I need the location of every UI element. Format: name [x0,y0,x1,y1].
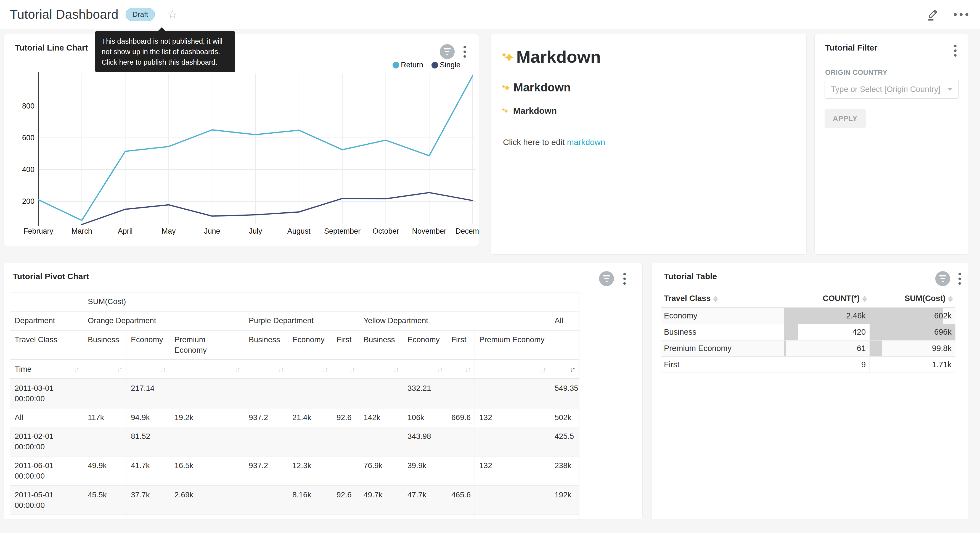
pivot-value-cell: 49.7k [359,485,403,515]
pivot-sort-cell[interactable]: ↓↑ [288,360,332,379]
filter-indicator-icon[interactable] [440,44,455,59]
pivot-value-cell: 132 [475,408,550,427]
apply-button[interactable]: APPLY [824,109,866,128]
pivot-value-cell [359,379,403,409]
pivot-sort-cell[interactable]: ↓↑ [244,360,288,379]
svg-text:400: 400 [22,166,35,174]
pivot-sort-cell[interactable]: ↓↑ [126,360,170,379]
column-header-count-*-[interactable]: COUNT(*) [784,289,870,308]
sort-icon[interactable]: ↓↑ [73,364,79,375]
sort-icon[interactable]: ↓↑ [349,364,355,375]
filter-menu-icon[interactable] [954,45,956,57]
sort-icon[interactable]: ↓↑ [322,364,328,375]
travel-class-value: Economy [664,308,697,324]
pivot-value-cell [475,485,550,515]
chart-menu-icon[interactable] [623,273,626,285]
x-tick-label: December [455,227,479,235]
pivot-class-header: Economy [288,330,332,360]
markdown-body: Click here to edit markdown [503,137,794,147]
sort-icon[interactable]: ↓↑ [234,364,240,375]
legend-dot [393,62,399,69]
chart-legend[interactable]: ReturnSingle [393,61,460,69]
pivot-value-cell: 669.6 [447,408,475,427]
pivot-sort-cell[interactable]: ↓↑ [550,360,579,379]
sort-icon[interactable]: ↓↑ [116,364,122,375]
sort-icon[interactable]: ↓↑ [437,364,442,375]
pivot-value-cell: 238k [550,456,579,485]
sort-icon[interactable]: ↓↑ [465,364,470,375]
table-row: Business420696k [661,324,955,340]
svg-text:600: 600 [22,134,35,142]
pivot-sort-cell[interactable]: ↓↑ [170,360,244,379]
pivot-row: 2011-03-01 00:00:00217.14332.21549.35 [10,379,579,409]
sort-caret-icon[interactable] [948,296,953,302]
sort-caret-icon[interactable] [862,296,867,302]
markdown-edit-link[interactable]: markdown [567,137,605,147]
pivot-value-cell: 937.2 [244,408,288,427]
pivot-value-cell: 142k [359,408,403,427]
pivot-sort-cell[interactable]: ↓↑ [359,360,403,379]
favorite-star-icon[interactable]: ☆ [167,8,178,20]
value-bar [870,308,943,324]
count-value: 9 [861,357,866,373]
sum-value: 99.8k [932,340,951,356]
pivot-class-header: Economy [126,330,170,360]
pivot-value-cell: 21.4k [288,408,332,427]
sort-desc-icon[interactable]: ↓↑ [570,364,575,375]
more-options-icon[interactable] [954,13,969,16]
chart-menu-icon[interactable] [463,46,466,58]
pivot-value-cell [83,427,126,456]
pivot-dimension-header: Department [10,311,83,330]
pivot-class-header: Premium Economy [475,330,550,360]
pivot-corner-cell [10,292,83,311]
value-bar [784,324,799,340]
pivot-value-cell: 45.5k [83,485,126,515]
pivot-row-label: 2011-06-01 00:00:00 [10,456,83,485]
sort-caret-icon[interactable] [713,296,718,302]
pivot-sort-cell[interactable]: ↓↑ [475,360,550,379]
filter-indicator-icon[interactable] [599,271,614,286]
legend-item-single[interactable]: Single [431,61,460,69]
chart-menu-icon[interactable] [958,273,961,285]
pivot-value-cell: 47.7k [403,485,447,515]
pivot-value-cell: 8.16k [288,485,332,515]
legend-item-return[interactable]: Return [393,61,423,69]
pivot-value-cell: 204 [447,515,475,520]
sort-icon[interactable]: ↓↑ [160,364,165,375]
sum-value: 602k [934,308,951,324]
column-header-travel-class[interactable]: Travel Class [661,289,784,308]
pivot-value-cell [170,379,244,409]
sort-icon[interactable]: ↓↑ [540,364,546,375]
pivot-sort-cell[interactable]: ↓↑ [447,360,475,379]
column-header-sum-cost-[interactable]: SUM(Cost) [870,289,955,308]
pivot-value-cell [170,515,244,520]
x-tick-label: August [287,227,311,235]
x-tick-label: November [412,227,446,235]
pivot-value-cell: 41.7k [126,456,170,485]
pivot-time-header[interactable]: Time↓↑ [10,360,83,379]
chevron-down-icon [947,88,952,91]
pivot-value-cell [332,515,359,520]
pivot-row: 2011-02-01 00:00:0081.52343.98425.5 [10,427,579,456]
origin-country-select[interactable]: Type or Select [Origin Country] [824,80,959,99]
edit-pencil-icon[interactable] [926,8,939,22]
legend-label: Return [401,61,423,69]
pivot-sort-cell[interactable]: ↓↑ [83,360,126,379]
pivot-sort-cell[interactable]: ↓↑ [403,360,447,379]
sort-icon[interactable]: ↓↑ [278,364,283,375]
markdown-h2: ✦✦ Markdown [503,81,794,94]
pivot-row: 2011-06-01 00:00:0049.9k41.7k16.5k937.21… [10,456,579,485]
sum-value: 696k [934,324,951,340]
status-badge[interactable]: Draft [126,8,155,21]
pivot-value-cell: 502k [550,408,579,427]
line-chart-panel: Tutorial Line Chart ReturnSingle 2004006… [3,34,479,246]
pivot-class-dim-header: Travel Class [10,330,83,360]
pivot-value-cell: 94.9k [126,408,170,427]
sort-icon[interactable]: ↓↑ [393,364,398,375]
pivot-value-cell: 15.2k [126,515,170,520]
filter-indicator-icon[interactable] [935,271,950,286]
pivot-value-cell: 117k [83,408,126,427]
pivot-value-cell: 17.3k [403,515,447,520]
pivot-sort-cell[interactable]: ↓↑ [332,360,359,379]
x-tick-label: June [204,227,220,235]
